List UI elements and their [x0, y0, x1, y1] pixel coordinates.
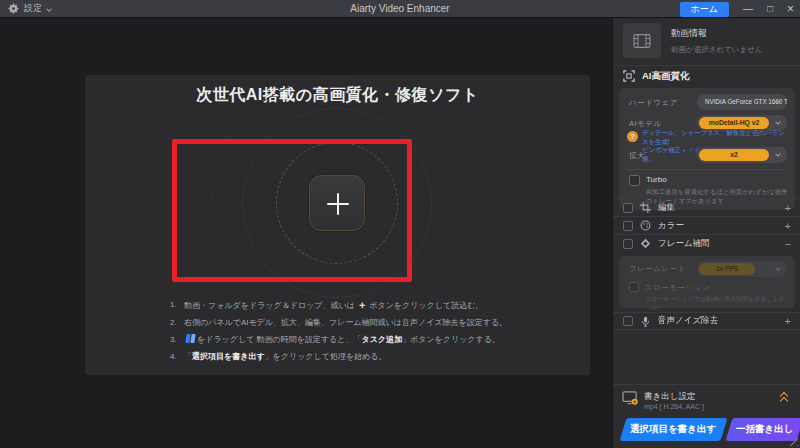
settings-label: 設定 — [24, 2, 42, 15]
sidebar: 動画情報 動画が選択されていません AI高画質化 ハードウェア NVIDIA G… — [612, 18, 800, 448]
divider — [613, 384, 800, 385]
instruction-step-3: 3. をドラッグして 動画の時間を設定すると、「タスク追加」ボタンをクリックする… — [170, 334, 580, 345]
section-frame-interpolation[interactable]: フレーム補間 − — [613, 234, 800, 252]
crop-icon — [640, 202, 651, 213]
help-icon[interactable]: ? — [627, 131, 638, 142]
export-settings-label[interactable]: 書き出し設定 — [644, 391, 695, 403]
collapse-icon[interactable]: − — [785, 238, 791, 250]
close-button[interactable]: × — [787, 0, 794, 18]
palette-icon — [640, 220, 651, 231]
framerate-label: フレームレート — [629, 264, 686, 274]
highlight-red-box — [172, 139, 412, 282]
slowmo-label: スローモーション — [645, 283, 710, 293]
home-button[interactable]: ホーム — [680, 2, 729, 17]
film-icon — [632, 33, 652, 49]
video-thumbnail — [623, 23, 661, 58]
frame-interp-checkbox[interactable] — [623, 239, 633, 249]
instruction-step-2: 2. 右側のパネルでAIモデル、拡大、編集、フレーム補間或いは音声ノイズ除去を設… — [170, 317, 580, 328]
chevron-down-icon — [775, 265, 781, 271]
ai-model-label: AIモデル — [629, 119, 662, 129]
enhance-settings-card: ハードウェア NVIDIA GeForce GTX 1660 T AIモデル m… — [619, 88, 795, 210]
scale-select[interactable]: x2 — [697, 147, 787, 163]
settings-menu[interactable]: 設定 — [0, 2, 51, 15]
divider — [627, 169, 787, 170]
section-edit[interactable]: 編集 + — [613, 198, 800, 216]
section-enhance-header[interactable]: AI高画質化 — [613, 65, 800, 86]
chevron-down-icon — [775, 151, 781, 157]
resize-grip[interactable] — [789, 437, 798, 446]
instruction-step-4: 4. 「選択項目を書き出す」をクリックして処理を始める。 — [170, 351, 580, 362]
upscale-icon — [623, 70, 635, 82]
turbo-label: Turbo — [646, 175, 667, 184]
turbo-checkbox[interactable] — [629, 175, 640, 186]
section-enhance-label: AI高画質化 — [642, 70, 690, 83]
hardware-label: ハードウェア — [629, 98, 678, 108]
trim-handles-icon — [185, 334, 195, 343]
color-checkbox[interactable] — [623, 221, 633, 231]
instruction-step-1: 1. 動画・フォルダをドラッグ＆ドロップ、或いは ＋ ボタンをクリックして読込む… — [170, 299, 580, 311]
hardware-select[interactable]: NVIDIA GeForce GTX 1660 T — [697, 94, 787, 110]
maximize-button[interactable]: □ — [767, 0, 773, 18]
export-settings-icon — [622, 391, 639, 406]
section-color[interactable]: カラー + — [613, 216, 800, 234]
welcome-panel: 次世代AI搭載の高画質化・修復ソフト 1. 動画・フォルダをドラッグ＆ドロップ、… — [85, 75, 590, 375]
scale-label: 拡大 — [629, 151, 645, 161]
ai-model-value: moDetail-HQ v2 — [699, 117, 769, 129]
chevron-down-icon — [775, 119, 781, 125]
section-audio-denoise[interactable]: 音声ノイズ除去 + — [613, 312, 800, 330]
slowmo-checkbox[interactable] — [629, 282, 639, 292]
double-chevron-up-icon[interactable] — [779, 393, 789, 405]
video-info-empty: 動画が選択されていません — [671, 45, 762, 55]
titlebar: 設定 Aiarty Video Enhancer ホーム — □ × — [0, 0, 800, 18]
framerate-select[interactable]: 2x FPS — [697, 261, 787, 277]
edit-checkbox[interactable] — [623, 203, 633, 213]
video-info-title: 動画情報 — [671, 27, 707, 40]
gear-icon — [8, 3, 19, 14]
scale-value: x2 — [699, 149, 769, 161]
expand-icon[interactable]: + — [785, 315, 791, 327]
audio-denoise-checkbox[interactable] — [623, 316, 633, 326]
framerate-value: 2x FPS — [699, 263, 755, 275]
expand-icon[interactable]: + — [785, 202, 791, 214]
frames-icon — [640, 238, 651, 249]
main-area: 次世代AI搭載の高画質化・修復ソフト 1. 動画・フォルダをドラッグ＆ドロップ、… — [0, 18, 612, 448]
plus-icon: ＋ — [357, 299, 367, 310]
instructions-list: 1. 動画・フォルダをドラッグ＆ドロップ、或いは ＋ ボタンをクリックして読込む… — [170, 299, 580, 368]
slowmo-description: スローモーションでは動画の再生時間を変更します（x2） — [645, 295, 795, 313]
expand-icon[interactable]: + — [785, 220, 791, 232]
export-selected-button[interactable]: 選択項目を書き出す — [619, 418, 727, 441]
chevron-down-icon — [46, 6, 52, 12]
export-format: mp4 [ H.264, AAC ] — [644, 403, 704, 410]
mic-icon — [640, 316, 651, 327]
minimize-button[interactable]: — — [743, 0, 753, 18]
app-window: 設定 Aiarty Video Enhancer ホーム — □ × 次世代AI… — [0, 0, 800, 448]
frame-interp-card: フレームレート 2x FPS スローモーション スローモーションでは動画の再生時… — [619, 256, 795, 308]
